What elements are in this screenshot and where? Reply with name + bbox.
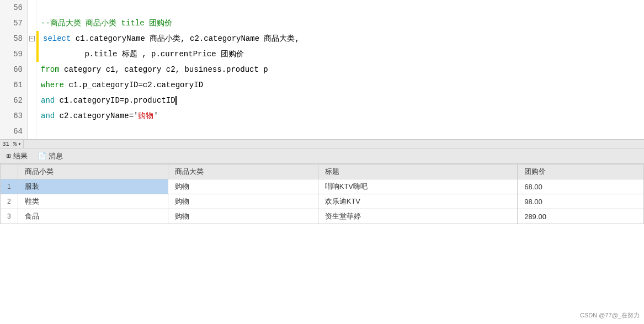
tab-messages-label: 消息 (49, 151, 63, 161)
keyword-where: where (41, 77, 68, 93)
code-content-56 (36, 0, 644, 15)
cell-cat-large-1: 购物 (168, 179, 318, 194)
closing-quote: ' (153, 108, 158, 124)
code-content-59: p.title 标题 , p.currentPrice 团购价 (39, 46, 644, 62)
cell-cat-large-2: 购物 (168, 194, 318, 209)
line-number-63: 63 (0, 108, 28, 124)
tab-results-label: 结果 (13, 151, 28, 161)
header-category-large: 商品大类 (168, 164, 318, 179)
row-num-1: 1 (1, 179, 18, 194)
code-content-60: from category c1, category c2, business.… (36, 62, 644, 77)
table-row: 1 服装 购物 唱响KTV嗨吧 68.00 (1, 179, 644, 194)
fold-57 (28, 15, 36, 31)
watermark: CSDN @77@_在努力 (580, 311, 640, 320)
table-row: 3 食品 购物 资生堂菲婷 289.00 (1, 209, 644, 224)
table-row: 2 鞋类 购物 欢乐迪KTV 98.00 (1, 194, 644, 209)
code-line-63: 63 and c2.categoryName='购物' (0, 108, 644, 124)
fold-62 (28, 93, 36, 108)
messages-icon: 📄 (38, 152, 46, 161)
and-condition-1: c1.categoryID=p.productID (60, 93, 175, 108)
line-number-61: 61 (0, 77, 28, 93)
tab-messages[interactable]: 📄 消息 (33, 150, 67, 162)
results-body: 1 服装 购物 唱响KTV嗨吧 68.00 2 鞋类 购物 欢乐迪KTV 98.… (1, 179, 644, 224)
code-content-61: where c1.p_categoryID=c2.categoryID (36, 77, 644, 93)
fold-box-58[interactable]: − (29, 36, 35, 41)
code-content-62: and c1.categoryID=p.productID (36, 93, 644, 108)
results-header: 商品小类 商品大类 标题 团购价 (1, 164, 644, 179)
line-number-56: 56 (0, 0, 28, 15)
code-line-58: 58 − select c1.categoryName 商品小类, c2.cat… (0, 31, 644, 46)
header-rownum (1, 164, 18, 179)
cell-title-3: 资生堂菲婷 (318, 209, 517, 224)
code-line-56: 56 (0, 0, 644, 15)
header-price: 团购价 (518, 164, 644, 179)
code-line-62: 62 and c1.categoryID=p.productID (0, 93, 644, 108)
line-number-62: 62 (0, 93, 28, 108)
cell-cat-small-3: 食品 (18, 209, 168, 224)
string-value: 购物 (138, 108, 153, 124)
line-number-59: 59 (0, 46, 28, 62)
code-content-63: and c2.categoryName='购物' (36, 108, 644, 124)
fold-61 (28, 77, 36, 93)
where-condition: c1.p_categoryID=c2.categoryID (68, 77, 203, 93)
line-number-58: 58 (0, 31, 28, 46)
code-line-60: 60 from category c1, category c2, busine… (0, 62, 644, 77)
keyword-select: select (43, 31, 76, 46)
tab-results[interactable]: ⊞ 结果 (2, 150, 32, 162)
code-editor[interactable]: 56 57 --商品大类 商品小类 title 团购价 58 − select … (0, 0, 644, 140)
fold-60 (28, 62, 36, 77)
code-line-61: 61 where c1.p_categoryID=c2.categoryID (0, 77, 644, 93)
scrollbar-row: 31 % ▾ (0, 140, 644, 148)
line-number-57: 57 (0, 15, 28, 31)
fold-56 (28, 0, 36, 15)
keyword-and-2: and (41, 108, 60, 124)
cell-cat-small-2: 鞋类 (18, 194, 168, 209)
results-table: 商品小类 商品大类 标题 团购价 1 服装 购物 唱响KTV嗨吧 68.00 2… (0, 164, 644, 224)
fold-58: − (28, 31, 36, 46)
results-icon: ⊞ (7, 152, 11, 161)
text-cursor (175, 96, 177, 105)
keyword-from: from (41, 62, 64, 77)
header-title: 标题 (318, 164, 517, 179)
and-condition-2: c2.categoryName=' (60, 108, 139, 124)
code-line-57: 57 --商品大类 商品小类 title 团购价 (0, 15, 644, 31)
cell-price-2: 98.00 (518, 194, 644, 209)
code-content-64 (36, 124, 644, 139)
header-category-small: 商品小类 (18, 164, 168, 179)
zoom-label: 31 % (2, 141, 17, 147)
keyword-and-1: and (41, 93, 60, 108)
row-num-3: 3 (1, 209, 18, 224)
code-content-57: --商品大类 商品小类 title 团购价 (36, 15, 644, 31)
fold-63 (28, 108, 36, 124)
row-num-2: 2 (1, 194, 18, 209)
select-fields-2: p.title 标题 , p.currentPrice 团购价 (43, 46, 244, 62)
cell-price-3: 289.00 (518, 209, 644, 224)
zoom-dropdown-arrow[interactable]: ▾ (18, 141, 21, 147)
from-tables: category c1, category c2, business.produ… (64, 62, 268, 77)
cell-title-2: 欢乐迪KTV (318, 194, 517, 209)
code-lines: 56 57 --商品大类 商品小类 title 团购价 58 − select … (0, 0, 644, 139)
code-line-64: 64 (0, 124, 644, 139)
code-line-59: 59 p.title 标题 , p.currentPrice 团购价 (0, 46, 644, 62)
header-row: 商品小类 商品大类 标题 团购价 (1, 164, 644, 179)
select-fields: c1.categoryName 商品小类, c2.categoryName 商品… (76, 31, 300, 46)
cell-cat-large-3: 购物 (168, 209, 318, 224)
cell-title-1: 唱响KTV嗨吧 (318, 179, 517, 194)
panel-tabs: ⊞ 结果 📄 消息 (0, 148, 644, 164)
cell-cat-small-1: 服装 (18, 179, 168, 194)
line-number-64: 64 (0, 124, 28, 139)
code-content-58: select c1.categoryName 商品小类, c2.category… (39, 31, 644, 46)
zoom-control[interactable]: 31 % ▾ (0, 140, 24, 148)
results-area: 商品小类 商品大类 标题 团购价 1 服装 购物 唱响KTV嗨吧 68.00 2… (0, 164, 644, 324)
line-number-60: 60 (0, 62, 28, 77)
bottom-panel: ⊞ 结果 📄 消息 商品小类 商品大类 标题 团购价 1 服装 (0, 148, 644, 324)
fold-64 (28, 124, 36, 139)
fold-59 (28, 46, 36, 62)
horizontal-scrollbar[interactable] (24, 140, 644, 148)
cell-price-1: 68.00 (518, 179, 644, 194)
